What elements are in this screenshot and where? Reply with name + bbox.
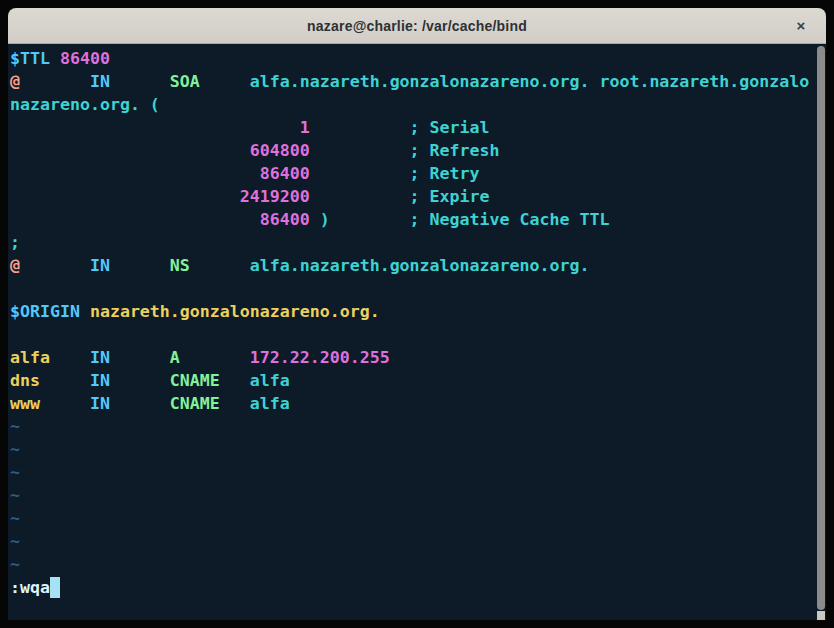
terminal-row: @INNSalfa.nazareth.gonzalonazareno.org. xyxy=(10,254,814,277)
terminal-row: $TTL86400 xyxy=(10,47,814,70)
terminal-row: 86400; Retry xyxy=(10,162,814,185)
terminal-row: @INSOAalfa.nazareth.gonzalonazareno.org.… xyxy=(10,70,814,93)
terminal-row: ~ xyxy=(10,553,814,576)
text-segment: ) xyxy=(320,208,330,231)
text-segment: alfa.nazareth.gonzalonazareno.org. xyxy=(250,254,590,277)
text-segment: ; Negative Cache TTL xyxy=(410,208,610,231)
text-segment: alfa xyxy=(250,392,290,415)
text-segment: IN xyxy=(90,254,110,277)
terminal-row: 2419200; Expire xyxy=(10,185,814,208)
scrollbar-track-end xyxy=(817,611,825,620)
terminal-window: nazare@charlie: /var/cache/bind × $TTL86… xyxy=(0,0,834,628)
text-segment: SOA xyxy=(170,70,200,93)
terminal-row: alfaINA172.22.200.255 xyxy=(10,346,814,369)
text-segment: 1 xyxy=(300,116,310,139)
text-segment: alfa xyxy=(250,369,290,392)
window-title: nazare@charlie: /var/cache/bind xyxy=(307,18,527,34)
text-segment: ~ xyxy=(10,461,20,484)
terminal-row: 86400); Negative Cache TTL xyxy=(10,208,814,231)
close-button[interactable]: × xyxy=(786,8,816,44)
titlebar[interactable]: nazare@charlie: /var/cache/bind × xyxy=(8,8,826,44)
terminal-row: ~ xyxy=(10,507,814,530)
scrollbar[interactable] xyxy=(816,44,826,620)
terminal-row xyxy=(10,323,814,346)
terminal-row: 1; Serial xyxy=(10,116,814,139)
text-segment: 604800 xyxy=(250,139,310,162)
text-segment: nazareth.gonzalonazareno.org. xyxy=(90,300,380,323)
text-segment: $TTL xyxy=(10,47,50,70)
text-segment: ; xyxy=(10,231,20,254)
text-segment: 86400 xyxy=(260,208,310,231)
text-segment: ; Serial xyxy=(410,116,490,139)
text-segment: www xyxy=(10,392,40,415)
text-segment: nazareno.org. ( xyxy=(10,93,160,116)
terminal-row xyxy=(10,277,814,300)
text-segment: @ xyxy=(10,70,20,93)
text-segment: IN xyxy=(90,392,110,415)
text-segment: $ORIGIN xyxy=(10,300,80,323)
text-segment: ; Retry xyxy=(410,162,480,185)
text-segment: IN xyxy=(90,70,110,93)
text-segment: 2419200 xyxy=(240,185,310,208)
vim-command-text: :wqa xyxy=(10,576,50,599)
text-segment: A xyxy=(170,346,180,369)
text-segment: IN xyxy=(90,346,110,369)
terminal-row: wwwINCNAMEalfa xyxy=(10,392,814,415)
text-segment: ~ xyxy=(10,415,20,438)
terminal-cursor xyxy=(50,577,60,598)
terminal-row: 604800; Refresh xyxy=(10,139,814,162)
terminal-row: ~ xyxy=(10,415,814,438)
text-segment: alfa xyxy=(10,346,50,369)
terminal-row: $ORIGINnazareth.gonzalonazareno.org. xyxy=(10,300,814,323)
text-segment: @ xyxy=(10,254,20,277)
terminal-screen[interactable]: $TTL86400@INSOAalfa.nazareth.gonzalonaza… xyxy=(8,44,826,620)
terminal-row: ~ xyxy=(10,438,814,461)
text-segment: ~ xyxy=(10,530,20,553)
terminal-content: $TTL86400@INSOAalfa.nazareth.gonzalonaza… xyxy=(10,47,814,620)
text-segment: ~ xyxy=(10,553,20,576)
text-segment: CNAME xyxy=(170,392,220,415)
scrollbar-thumb[interactable] xyxy=(817,46,825,610)
terminal-row: ~ xyxy=(10,484,814,507)
terminal-row: dnsINCNAMEalfa xyxy=(10,369,814,392)
terminal-row: nazareno.org. ( xyxy=(10,93,814,116)
text-segment: ; Expire xyxy=(410,185,490,208)
text-segment: IN xyxy=(90,369,110,392)
text-segment: CNAME xyxy=(170,369,220,392)
terminal-row: ; xyxy=(10,231,814,254)
text-segment: alfa.nazareth.gonzalonazareno.org. root.… xyxy=(250,70,809,93)
text-segment: ~ xyxy=(10,507,20,530)
text-segment: 86400 xyxy=(260,162,310,185)
terminal-row: :wqa xyxy=(10,576,814,599)
text-segment: ~ xyxy=(10,438,20,461)
text-segment: 86400 xyxy=(60,47,110,70)
terminal-row: ~ xyxy=(10,530,814,553)
text-segment: ; Refresh xyxy=(410,139,500,162)
text-segment: NS xyxy=(170,254,190,277)
text-segment: dns xyxy=(10,369,40,392)
terminal-row: ~ xyxy=(10,461,814,484)
text-segment: 172.22.200.255 xyxy=(250,346,390,369)
text-segment: ~ xyxy=(10,484,20,507)
